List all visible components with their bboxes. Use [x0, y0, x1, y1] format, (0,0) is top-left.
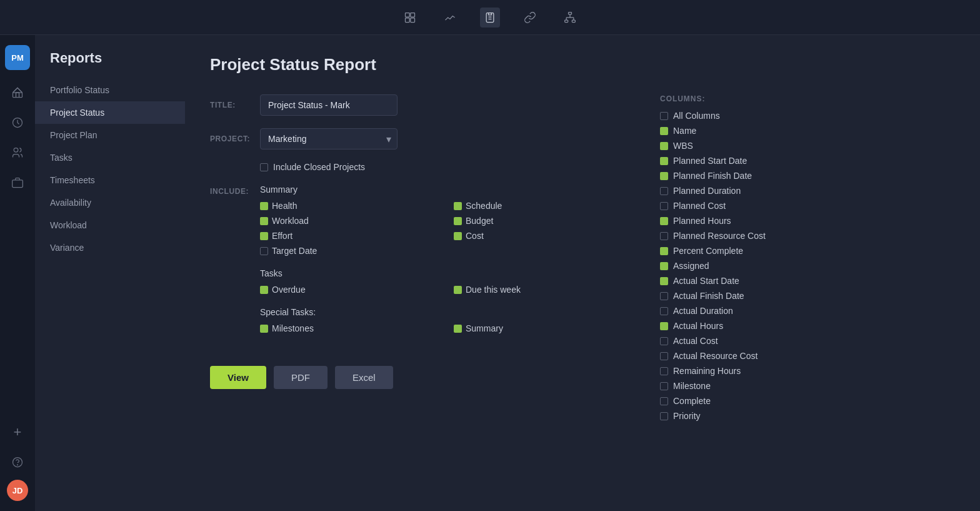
planned-cost-checkbox[interactable] — [660, 202, 668, 210]
column-item-planned-start-date: Planned Start Date — [660, 156, 842, 166]
tasks-title: Tasks — [260, 268, 622, 278]
remaining-hours-label: Remaining Hours — [673, 366, 741, 376]
priority-checkbox[interactable] — [660, 412, 668, 420]
sidebar-item-portfolio-status[interactable]: Portfolio Status — [35, 79, 185, 101]
sidebar-item-workload[interactable]: Workload — [35, 214, 185, 236]
sidebar-item-variance[interactable]: Variance — [35, 236, 185, 259]
far-left-nav: PM — [0, 35, 35, 511]
help-nav-icon[interactable] — [5, 450, 30, 475]
sidebar-title: Reports — [35, 50, 185, 79]
svg-rect-7 — [569, 12, 572, 14]
schedule-checkbox[interactable] — [454, 202, 462, 210]
planned-hours-checkbox[interactable] — [660, 217, 668, 225]
workload-checkbox[interactable] — [260, 217, 268, 225]
search-toolbar-icon[interactable] — [400, 8, 420, 28]
actual-finish-date-label: Actual Finish Date — [673, 291, 744, 301]
users-nav-icon[interactable] — [5, 140, 30, 165]
health-checkbox[interactable] — [260, 202, 268, 210]
svg-point-16 — [14, 148, 18, 153]
actual-start-date-checkbox[interactable] — [660, 277, 668, 285]
milestone-checkbox[interactable] — [660, 382, 668, 390]
actual-resource-cost-checkbox[interactable] — [660, 352, 668, 360]
special-summary-checkbox[interactable] — [454, 325, 462, 333]
name-checkbox[interactable] — [660, 127, 668, 135]
hierarchy-toolbar-icon[interactable] — [560, 8, 580, 28]
home-nav-icon[interactable] — [5, 80, 30, 105]
sidebar-item-availability[interactable]: Availability — [35, 191, 185, 214]
planned-hours-label: Planned Hours — [673, 216, 731, 226]
column-item-all-columns: All Columns — [660, 111, 842, 121]
effort-checkbox[interactable] — [260, 232, 268, 240]
task-item-overdue: Overdue — [260, 285, 429, 295]
assigned-checkbox[interactable] — [660, 262, 668, 270]
sidebar-item-tasks[interactable]: Tasks — [35, 146, 185, 169]
target-date-checkbox[interactable] — [260, 247, 268, 255]
svg-rect-3 — [411, 18, 415, 22]
sidebar-item-timesheets[interactable]: Timesheets — [35, 169, 185, 191]
clipboard-toolbar-icon[interactable] — [480, 8, 500, 28]
wbs-checkbox[interactable] — [660, 142, 668, 150]
form-area: TITLE: PROJECT: Marketing Development De… — [210, 94, 955, 421]
column-item-actual-duration: Actual Duration — [660, 306, 842, 316]
actual-finish-date-checkbox[interactable] — [660, 292, 668, 300]
excel-button[interactable]: Excel — [335, 366, 393, 389]
analytics-toolbar-icon[interactable] — [440, 8, 460, 28]
planned-resource-cost-label: Planned Resource Cost — [673, 231, 766, 241]
page-title: Project Status Report — [210, 55, 955, 74]
cost-checkbox[interactable] — [454, 232, 462, 240]
columns-label: COLUMNS: — [660, 94, 848, 103]
actual-duration-checkbox[interactable] — [660, 307, 668, 315]
actual-hours-checkbox[interactable] — [660, 322, 668, 330]
due-this-week-label: Due this week — [466, 285, 521, 295]
briefcase-nav-icon[interactable] — [5, 170, 30, 195]
svg-point-19 — [18, 465, 18, 465]
add-nav-icon[interactable]: + — [5, 420, 30, 445]
svg-rect-8 — [565, 20, 568, 22]
planned-finish-date-checkbox[interactable] — [660, 172, 668, 180]
planned-duration-label: Planned Duration — [673, 186, 741, 196]
percent-complete-label: Percent Complete — [673, 246, 743, 256]
column-item-actual-finish-date: Actual Finish Date — [660, 291, 842, 301]
project-row: PROJECT: Marketing Development Design Sa… — [210, 128, 622, 149]
project-select[interactable]: Marketing Development Design Sales — [260, 128, 398, 149]
column-item-planned-finish-date: Planned Finish Date — [660, 171, 842, 181]
form-left: TITLE: PROJECT: Marketing Development De… — [210, 94, 622, 421]
summary-item-health: Health — [260, 201, 429, 211]
milestones-checkbox[interactable] — [260, 325, 268, 333]
budget-checkbox[interactable] — [454, 217, 462, 225]
include-closed-label: Include Closed Projects — [273, 162, 365, 172]
planned-resource-cost-checkbox[interactable] — [660, 232, 668, 240]
app-logo[interactable]: PM — [5, 45, 30, 70]
sidebar-item-project-status[interactable]: Project Status — [35, 101, 185, 124]
content-area: Project Status Report TITLE: PROJECT: Ma… — [185, 35, 980, 511]
special-summary-label: Summary — [466, 323, 503, 333]
svg-rect-1 — [411, 13, 415, 17]
column-item-planned-duration: Planned Duration — [660, 186, 842, 196]
user-avatar[interactable]: JD — [7, 480, 28, 501]
view-button[interactable]: View — [210, 366, 266, 389]
title-row: TITLE: — [210, 94, 622, 116]
summary-item-effort: Effort — [260, 231, 429, 241]
overdue-checkbox[interactable] — [260, 286, 268, 294]
percent-complete-checkbox[interactable] — [660, 247, 668, 255]
link-toolbar-icon[interactable] — [520, 8, 540, 28]
remaining-hours-checkbox[interactable] — [660, 367, 668, 375]
planned-start-date-checkbox[interactable] — [660, 157, 668, 165]
pdf-button[interactable]: PDF — [274, 366, 328, 389]
title-input[interactable] — [260, 94, 398, 116]
include-section: INCLUDE: Summary Health — [210, 185, 622, 346]
complete-checkbox[interactable] — [660, 397, 668, 405]
all-columns-checkbox[interactable] — [660, 112, 668, 120]
svg-rect-2 — [406, 18, 410, 22]
schedule-label: Schedule — [466, 201, 502, 211]
assigned-label: Assigned — [673, 261, 709, 271]
include-closed-checkbox[interactable] — [260, 163, 268, 171]
actual-hours-label: Actual Hours — [673, 321, 723, 331]
history-nav-icon[interactable] — [5, 110, 30, 135]
actual-cost-checkbox[interactable] — [660, 337, 668, 345]
sidebar-item-project-plan[interactable]: Project Plan — [35, 124, 185, 146]
planned-duration-checkbox[interactable] — [660, 187, 668, 195]
due-this-week-checkbox[interactable] — [454, 286, 462, 294]
column-item-complete: Complete — [660, 396, 842, 406]
svg-rect-9 — [572, 20, 575, 22]
